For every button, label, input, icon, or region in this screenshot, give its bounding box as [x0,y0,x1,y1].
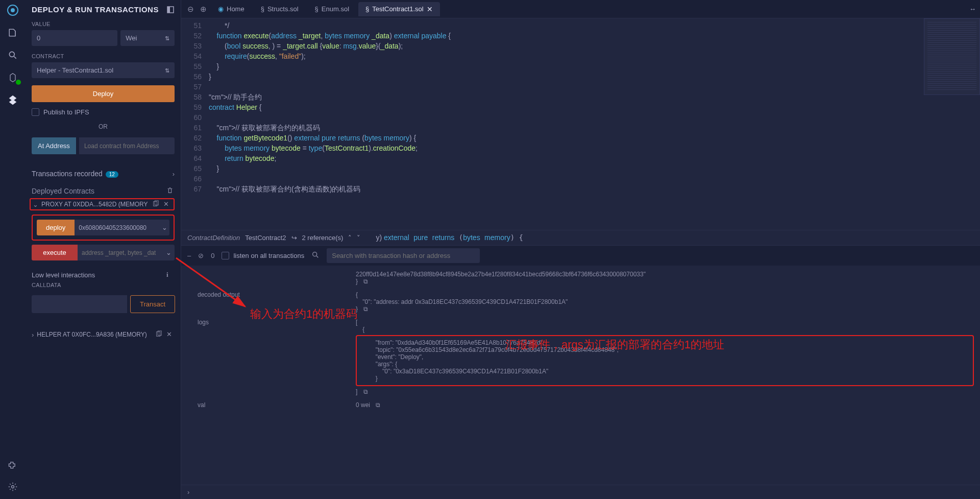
solidity-icon: § [261,5,264,13]
code-content[interactable]: */ function execute(address _target, byt… [209,20,919,194]
breadcrumb-bar: ContractDefinition TestContract2 ↪ 2 ref… [181,230,980,245]
close-icon[interactable]: ✕ [427,5,433,13]
crumb-code-tail: y) external pure returns (bytes memory) … [376,233,523,242]
solidity-icon: § [315,5,318,13]
crumb-refs[interactable]: 2 reference(s) [302,234,344,242]
or-divider: OR [32,123,175,130]
deployed-contracts-title: Deployed Contracts [32,187,94,195]
remix-logo-icon[interactable] [7,4,19,16]
crumb-name[interactable]: TestContract2 [245,234,286,242]
compiler-icon[interactable] [7,72,19,84]
collapse-icon[interactable]: – [187,252,191,259]
tx-count-badge: 12 [106,171,118,178]
svg-point-11 [313,252,317,256]
pending-count: 0 [211,252,214,259]
copy-icon[interactable]: ⧉ [362,305,368,313]
chevron-up-icon[interactable]: ˄ [348,234,352,242]
chevron-down-icon[interactable]: ⌄ [33,201,38,208]
decoded-output-label: decoded output [187,291,356,298]
deployed-instance-helper[interactable]: › HELPER AT 0X0FC...9A836 (MEMORY) ✕ [32,327,175,342]
vertical-icon-bar [0,0,26,499]
value-label: VALUE [32,21,175,27]
crumb-kind: ContractDefinition [187,234,240,242]
svg-point-1 [11,8,15,12]
panel-collapse-icon[interactable] [166,6,175,14]
copy-icon[interactable]: ⧉ [374,401,380,409]
checkbox-icon[interactable] [32,108,39,116]
deploy-button[interactable]: Deploy [32,85,175,102]
decoded-output-value: { "0": "address: addr 0x3aD18EC437c39653… [356,291,568,313]
zoom-in-icon[interactable]: ⊕ [198,5,209,14]
tab-enum[interactable]: §Enum.sol [308,2,356,16]
code-editor[interactable]: 5152535455565758596061626364656667 */ fu… [181,18,980,230]
home-icon: ◉ [218,5,224,13]
chevron-right-icon: › [173,170,175,178]
close-icon[interactable]: ✕ [163,200,172,208]
svg-point-2 [9,52,14,57]
minimap[interactable] [924,18,980,95]
contract-label: CONTRACT [32,53,175,59]
deploy-func-input[interactable] [75,220,159,235]
tab-bar: ⊖ ⊕ ◉Home §Structs.sol §Enum.sol §TestCo… [181,0,980,18]
listen-checkbox[interactable]: listen on all transactions [222,252,304,259]
value-input[interactable] [32,30,117,46]
log-event-box: [ { "from": "0xddaAd340b0f1Ef65169Ae5E41… [356,335,974,386]
transact-button[interactable]: Transact [130,295,175,313]
info-icon[interactable]: i [166,271,175,279]
deploy-run-panel: DEPLOY & RUN TRANSACTIONS VALUE Wei CONT… [26,0,181,499]
svg-line-3 [14,57,16,59]
console-footer: › [181,485,980,499]
svg-line-12 [316,256,318,257]
copy-icon[interactable]: ⧉ [362,278,368,285]
chevron-right-icon[interactable]: › [32,331,34,339]
zoom-out-icon[interactable]: ⊖ [185,5,196,14]
copy-icon[interactable] [152,200,160,208]
copy-icon[interactable]: ⧉ [361,388,368,395]
val-value: 0 wei [356,401,370,409]
deploy-func-button[interactable]: deploy [37,220,75,235]
logs-label: logs [187,319,356,326]
tab-home[interactable]: ◉Home [211,2,252,16]
publish-ipfs-label: Publish to IPFS [43,108,89,116]
solidity-icon: § [365,5,369,13]
chevron-down-icon[interactable]: ⌄ [162,245,175,260]
execute-func-button[interactable]: execute [32,245,78,260]
execute-func-input[interactable] [78,245,162,260]
tx-recorded-section[interactable]: Transactions recorded12 › [32,163,175,184]
publish-ipfs-checkbox[interactable]: Publish to IPFS [32,108,175,116]
value-unit-select[interactable]: Wei [120,30,175,46]
chevron-down-icon[interactable]: ⌄ [159,220,169,235]
chevron-right-icon[interactable]: › [187,488,189,496]
console-toolbar: – ⊘ 0 listen on all transactions [181,245,980,266]
chevron-down-icon[interactable]: ˅ [357,234,360,242]
low-level-label: Low level interactions [32,271,95,279]
clear-icon[interactable]: ⊘ [198,252,204,259]
files-icon[interactable] [7,27,19,39]
deploy-function-box: deploy ⌄ [32,215,175,241]
close-icon[interactable]: ✕ [166,330,175,339]
deployed-instance-proxy[interactable]: ⌄ PROXY AT 0XDDA...5482D (MEMORY ✕ [30,198,175,210]
calldata-label: CALLDATA [32,282,175,288]
goto-icon[interactable]: ↪ [291,234,297,242]
console-output[interactable]: 220ff0d14e147ee8e78d38f8b94cf8945be2a27b… [181,266,980,485]
settings-icon[interactable] [7,481,19,493]
val-label: val [187,401,356,409]
console-search-input[interactable] [327,248,480,263]
search-icon[interactable] [311,251,320,260]
at-address-input[interactable] [79,137,175,154]
tab-structs[interactable]: §Structs.sol [254,2,306,16]
main-area: ⊖ ⊕ ◉Home §Structs.sol §Enum.sol §TestCo… [181,0,980,499]
copy-icon[interactable] [155,330,163,339]
line-gutter: 5152535455565758596061626364656667 [181,18,207,194]
panel-title: DEPLOY & RUN TRANSACTIONS [32,5,159,14]
at-address-button[interactable]: At Address [32,137,76,154]
contract-select[interactable]: Helper - TestContract1.sol [32,62,175,78]
plugin-icon[interactable] [7,458,19,470]
search-icon[interactable] [7,49,19,61]
expand-icon[interactable]: ↔ [969,5,976,13]
calldata-input[interactable] [32,295,127,313]
deploy-icon[interactable] [7,94,19,106]
trash-icon[interactable] [166,187,175,195]
checkbox-icon[interactable] [222,252,229,259]
tab-testcontract1[interactable]: §TestContract1.sol✕ [358,2,440,16]
